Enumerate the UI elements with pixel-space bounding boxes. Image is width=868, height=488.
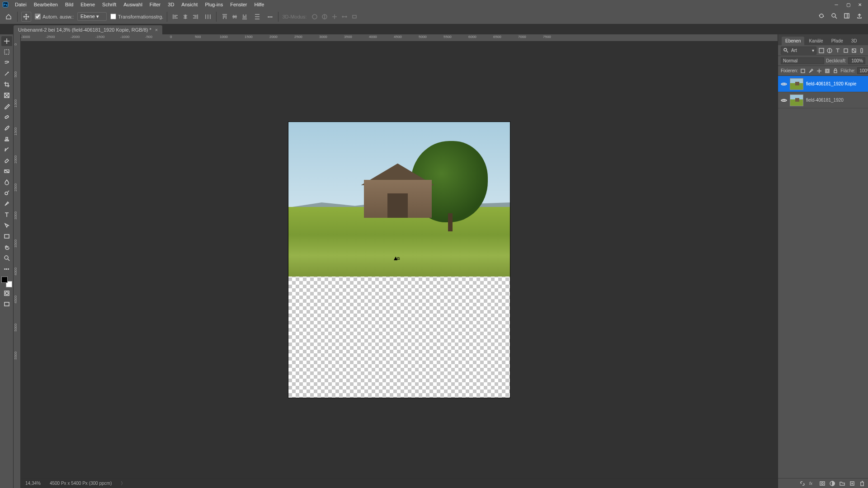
align-top-button[interactable] xyxy=(220,12,229,21)
menu-ebene[interactable]: Ebene xyxy=(77,0,98,9)
workspace-button[interactable] xyxy=(844,13,852,21)
adjustment-layer-button[interactable] xyxy=(829,480,835,487)
gradient-tool[interactable] xyxy=(1,166,12,176)
layer-mask-button[interactable] xyxy=(819,480,826,487)
align-bottom-button[interactable] xyxy=(240,12,249,21)
vertical-ruler[interactable]: 0500100015002000250030003500400045005000… xyxy=(14,34,21,488)
menu-auswahl[interactable]: Auswahl xyxy=(120,0,146,9)
share-button[interactable] xyxy=(856,13,864,21)
heal-tool[interactable] xyxy=(1,112,12,122)
eyedropper-tool[interactable] xyxy=(1,101,12,111)
brush-tool[interactable] xyxy=(1,123,12,133)
layer-visibility-toggle[interactable] xyxy=(781,97,787,103)
blur-tool[interactable] xyxy=(1,177,12,187)
move-tool[interactable] xyxy=(1,36,12,46)
lock-position-button[interactable] xyxy=(816,68,822,74)
menu-filter[interactable]: Filter xyxy=(146,0,164,9)
eraser-tool[interactable] xyxy=(1,155,12,165)
lock-transparent-button[interactable] xyxy=(800,68,806,74)
blend-mode-dropdown[interactable]: Normal xyxy=(781,57,824,64)
search-button[interactable] xyxy=(831,13,839,21)
close-button[interactable]: ✕ xyxy=(854,1,865,8)
status-zoom[interactable]: 14,34% xyxy=(25,481,41,486)
home-button[interactable] xyxy=(4,12,14,22)
hand-tool[interactable] xyxy=(1,242,12,252)
group-button[interactable] xyxy=(839,480,845,487)
filter-smart-button[interactable] xyxy=(851,47,857,54)
status-chevron-icon[interactable]: 〉 xyxy=(121,480,125,487)
menu-fenster[interactable]: Fenster xyxy=(227,0,250,9)
quickmask-button[interactable] xyxy=(1,288,12,298)
lock-all-button[interactable] xyxy=(832,68,839,74)
menu-ansicht[interactable]: Ansicht xyxy=(178,0,201,9)
menu-bearbeiten[interactable]: Bearbeiten xyxy=(31,0,61,9)
fill-input[interactable]: 100% xyxy=(857,67,868,74)
cloud-docs-button[interactable] xyxy=(818,13,826,21)
distribute-h-button[interactable] xyxy=(203,12,212,21)
crop-tool[interactable] xyxy=(1,80,12,89)
minimize-button[interactable]: ─ xyxy=(831,1,842,8)
maximize-button[interactable]: ▢ xyxy=(843,1,854,8)
panel-tab-pfade[interactable]: Pfade xyxy=(828,37,847,45)
document-tab-close-button[interactable]: × xyxy=(155,27,158,33)
layer-name-label[interactable]: field-406181_1920 xyxy=(806,98,844,103)
artboard[interactable]: ▲ xyxy=(288,122,510,398)
layer-row[interactable]: field-406181_1920 Kopie xyxy=(778,76,868,92)
lasso-tool[interactable] xyxy=(1,58,12,68)
menu-bild[interactable]: Bild xyxy=(62,0,76,9)
auto-select-target-dropdown[interactable]: Ebene ▾ xyxy=(77,12,107,21)
panel-tab-3d[interactable]: 3D xyxy=(848,37,861,45)
filter-shape-button[interactable] xyxy=(843,47,849,54)
edit-toolbar-button[interactable]: ••• xyxy=(1,264,12,274)
marquee-tool[interactable] xyxy=(1,47,12,57)
canvas-stage[interactable]: ▲ xyxy=(21,42,778,478)
align-hcenter-button[interactable] xyxy=(181,12,190,21)
filter-toggle-button[interactable] xyxy=(859,47,865,54)
filter-type-button[interactable] xyxy=(835,47,841,54)
document-tab[interactable]: Unbenannt-2 bei 14,3% (field-406181_1920… xyxy=(14,25,162,34)
layer-filter-type-dropdown[interactable]: Art ▾ xyxy=(781,47,816,55)
foreground-color-swatch[interactable] xyxy=(1,277,8,283)
delete-layer-button[interactable] xyxy=(859,480,865,487)
path-select-tool[interactable] xyxy=(1,221,12,230)
menu-schrift[interactable]: Schrift xyxy=(99,0,119,9)
menu-plug-ins[interactable]: Plug-ins xyxy=(202,0,226,9)
stamp-tool[interactable] xyxy=(1,134,12,144)
filter-pixel-button[interactable] xyxy=(818,47,825,54)
panel-tab-kanäle[interactable]: Kanäle xyxy=(805,37,826,45)
layer-name-label[interactable]: field-406181_1920 Kopie xyxy=(806,81,856,86)
frame-tool[interactable] xyxy=(1,90,12,100)
filter-adjust-button[interactable] xyxy=(826,47,833,54)
menu-datei[interactable]: Datei xyxy=(12,0,30,9)
shape-tool[interactable] xyxy=(1,231,12,241)
align-left-button[interactable] xyxy=(171,12,180,21)
screenmode-button[interactable] xyxy=(1,299,12,309)
link-layers-button[interactable] xyxy=(799,480,806,487)
opacity-input[interactable]: 100% xyxy=(848,57,865,64)
auto-select-checkbox[interactable]: Autom. ausw.: xyxy=(35,14,74,19)
layer-thumbnail[interactable] xyxy=(790,78,803,90)
current-tool-icon[interactable] xyxy=(21,12,31,22)
new-layer-button[interactable] xyxy=(849,480,855,487)
dodge-tool[interactable] xyxy=(1,188,12,198)
horizontal-ruler[interactable]: -3000-2500-2000-1500-1000-50005001000150… xyxy=(21,34,778,42)
layer-visibility-toggle[interactable] xyxy=(781,81,787,87)
align-right-button[interactable] xyxy=(191,12,200,21)
pen-tool[interactable] xyxy=(1,199,12,209)
panel-tab-ebenen[interactable]: Ebenen xyxy=(782,37,804,45)
type-tool[interactable] xyxy=(1,210,12,220)
layer-image[interactable] xyxy=(288,122,510,277)
lock-nesting-button[interactable] xyxy=(824,68,830,74)
wand-tool[interactable] xyxy=(1,69,12,79)
layer-style-button[interactable]: fx xyxy=(809,480,816,487)
more-align-button[interactable]: ••• xyxy=(265,12,274,21)
status-docinfo[interactable]: 4500 Px x 5400 Px (300 ppcm) xyxy=(50,481,112,486)
distribute-v-button[interactable] xyxy=(253,12,262,21)
menu-3d[interactable]: 3D xyxy=(165,0,177,9)
lock-image-button[interactable] xyxy=(808,68,814,74)
layer-thumbnail[interactable] xyxy=(790,94,803,106)
color-swatches[interactable] xyxy=(1,277,12,287)
layer-row[interactable]: field-406181_1920 xyxy=(778,92,868,108)
transform-controls-checkbox[interactable]: Transformationsstrg. xyxy=(110,14,163,19)
history-brush-tool[interactable] xyxy=(1,145,12,155)
